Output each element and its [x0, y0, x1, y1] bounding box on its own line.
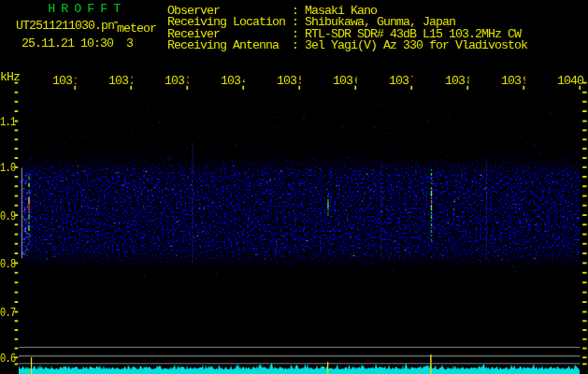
svg-text:1.1: 1.1: [0, 115, 16, 130]
svg-text:0.9: 0.9: [0, 209, 16, 223]
svg-text:103: 103: [445, 74, 466, 88]
svg-text:103: 103: [52, 74, 73, 88]
svg-text:103: 103: [277, 74, 297, 88]
svg-text:0.8: 0.8: [0, 257, 16, 272]
svg-text:1040: 1040: [557, 74, 584, 88]
svg-text:UT2511211030.pn: UT2511211030.pn: [16, 19, 114, 33]
svg-text:103: 103: [333, 74, 353, 88]
svg-text:103: 103: [108, 74, 129, 88]
svg-text:103: 103: [221, 74, 241, 88]
svg-text:25.11.21 10:30 3: 25.11.21 10:30 3: [22, 36, 134, 50]
svg-text:0.6: 0.6: [0, 352, 16, 367]
svg-text:meteor: meteor: [117, 22, 156, 36]
svg-text:103: 103: [165, 74, 185, 88]
svg-text:H R O F F T: H R O F F T: [48, 2, 121, 16]
svg-text:Receiving Antenna : 3el Yagi(: Receiving Antenna : 3el Yagi(V) Az 330 f…: [167, 38, 528, 52]
svg-text:0.7: 0.7: [0, 306, 16, 321]
svg-text:kHz: kHz: [0, 70, 20, 84]
svg-text:103: 103: [389, 74, 409, 88]
svg-text:1.0: 1.0: [0, 161, 16, 176]
svg-text:103: 103: [501, 74, 522, 88]
